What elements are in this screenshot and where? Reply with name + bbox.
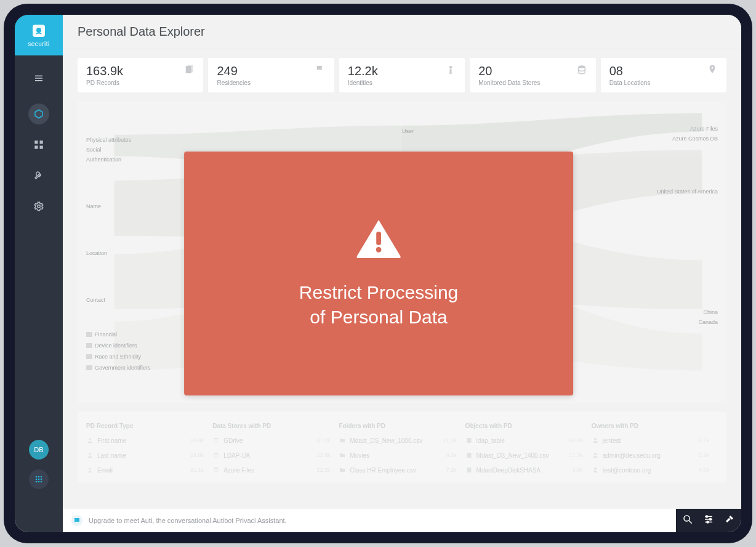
svg-rect-37 xyxy=(467,468,471,472)
table-row[interactable]: Last name24.8kLDAP-UK22.6kMovies8.1kMdas… xyxy=(86,448,718,463)
svg-point-28 xyxy=(214,438,218,440)
svg-point-18 xyxy=(38,481,40,483)
filter-button[interactable] xyxy=(703,514,714,527)
table-header-cell: PD Record Type xyxy=(86,423,182,429)
table-cell: test@contoso.org xyxy=(592,466,687,474)
svg-point-17 xyxy=(36,481,38,483)
menu-button[interactable] xyxy=(28,68,49,89)
table-header-row: PD Record TypeData Stores with PDFolders… xyxy=(86,419,718,433)
viz-left-label: Race and Ethnicity xyxy=(86,354,151,360)
pin-icon xyxy=(707,64,718,78)
modal-line2: of Personal Data xyxy=(299,305,458,330)
svg-point-31 xyxy=(89,453,91,455)
svg-rect-8 xyxy=(34,146,38,149)
svg-point-27 xyxy=(89,439,91,440)
metric-label: Identities xyxy=(348,79,378,86)
build-button[interactable] xyxy=(724,514,735,527)
avatar[interactable]: DB xyxy=(29,440,49,460)
metric-card[interactable]: 08 Data Locations xyxy=(601,58,726,92)
hammer-icon xyxy=(724,514,735,525)
svg-rect-21 xyxy=(188,65,193,73)
securiti-icon xyxy=(30,23,47,38)
viz-left-labels: Physical attributesSocialAuthenticationN… xyxy=(86,137,151,375)
restrict-processing-modal[interactable]: Restrict Processing of Personal Data xyxy=(184,152,573,395)
sliders-icon xyxy=(703,514,714,525)
table-cell: 11.3k xyxy=(561,452,592,458)
device-frame: securiti DB xyxy=(4,4,752,543)
viz-center-label: User xyxy=(402,128,414,134)
table-cell: 47.2k xyxy=(308,437,339,444)
records-icon xyxy=(183,64,195,78)
svg-point-25 xyxy=(578,65,585,68)
table-row[interactable]: First name28.4kGDrive47.2kMdast_DS_New_1… xyxy=(86,433,718,448)
nav-tools[interactable] xyxy=(28,165,49,186)
svg-point-32 xyxy=(214,453,218,455)
svg-marker-5 xyxy=(35,110,42,118)
data-table: PD Record TypeData Stores with PDFolders… xyxy=(78,411,726,482)
svg-point-38 xyxy=(594,468,597,470)
gear-icon xyxy=(33,201,44,212)
table-header-cell: Owners with PD xyxy=(592,423,687,429)
metric-card[interactable]: 12.2k Identities xyxy=(339,58,465,92)
svg-point-45 xyxy=(710,519,712,521)
table-cell: 4.0k xyxy=(687,467,718,473)
sidebar: securiti DB xyxy=(15,15,63,532)
svg-point-34 xyxy=(594,453,597,455)
nav-settings[interactable] xyxy=(28,196,49,217)
viz-left-label: Name xyxy=(86,203,151,209)
viz-left-label: Authentication xyxy=(86,156,151,163)
footer-upgrade-banner[interactable]: Upgrade to meet Auti, the conversational… xyxy=(63,509,676,532)
hexagon-icon xyxy=(33,108,44,120)
svg-point-39 xyxy=(684,516,690,521)
nav-dashboard[interactable] xyxy=(28,134,49,155)
svg-point-11 xyxy=(36,476,38,478)
metric-label: Residencies xyxy=(217,79,250,86)
svg-point-26 xyxy=(712,67,714,69)
table-cell: Movies xyxy=(339,452,434,459)
viz-right-label: United States of America xyxy=(657,188,718,195)
database-icon xyxy=(576,64,587,78)
viz-right-labels: Azure FilesAzure Cosmos DBUnited States … xyxy=(657,126,718,329)
table-cell: 22.3k xyxy=(308,467,339,473)
search-button[interactable] xyxy=(682,514,693,527)
table-cell: 21.1k xyxy=(182,467,212,473)
table-cell: 6.7k xyxy=(687,437,718,444)
svg-rect-7 xyxy=(40,140,43,144)
metric-card[interactable]: 163.9k PD Records xyxy=(78,58,203,92)
table-cell: 7.2k xyxy=(435,467,465,473)
viz-left-label: Device identifiers xyxy=(86,342,151,349)
table-cell: ldap_table xyxy=(465,437,561,444)
metric-card[interactable]: 249 Residencies xyxy=(208,58,334,92)
footer-bar: Upgrade to meet Auti, the conversational… xyxy=(63,509,741,532)
header: Personal Data Explorer xyxy=(63,15,741,49)
table-cell: Azure Files xyxy=(212,466,308,474)
viz-left-label: Physical attributes xyxy=(86,137,151,143)
metric-label: Monitored Data Stores xyxy=(478,79,540,86)
table-cell: 63.4k xyxy=(561,437,592,444)
table-cell: Email xyxy=(86,466,182,474)
table-cell: 9.6k xyxy=(561,467,592,473)
nav-explorer[interactable] xyxy=(28,103,49,124)
table-cell: admin@dev.secu.org xyxy=(592,452,687,459)
dots-grid-icon xyxy=(34,474,44,484)
modal-text: Restrict Processing of Personal Data xyxy=(299,280,458,330)
metric-label: Data Locations xyxy=(609,79,651,86)
metrics-row: 163.9k PD Records 249 Residencies 12.2k … xyxy=(78,58,726,92)
search-icon xyxy=(682,514,693,525)
table-row[interactable]: Email21.1kAzure Files22.3kClass HR Emplo… xyxy=(86,463,718,477)
svg-point-16 xyxy=(41,479,42,480)
svg-rect-6 xyxy=(34,140,38,144)
table-cell: MdastDeepDiskSHASA xyxy=(465,466,561,474)
metric-card[interactable]: 20 Monitored Data Stores xyxy=(470,58,595,92)
table-cell: 28.4k xyxy=(182,437,212,444)
table-cell: 22.6k xyxy=(308,452,339,458)
screen: securiti DB xyxy=(15,15,741,532)
sidebar-bottom: DB xyxy=(15,440,63,489)
apps-badge[interactable] xyxy=(29,469,49,489)
brand-logo[interactable]: securiti xyxy=(15,15,63,55)
metric-label: PD Records xyxy=(86,79,123,86)
footer-tools xyxy=(676,509,741,532)
viz-left-label: Contact xyxy=(86,297,151,303)
svg-point-30 xyxy=(594,438,597,440)
table-cell: GDrive xyxy=(212,437,308,444)
